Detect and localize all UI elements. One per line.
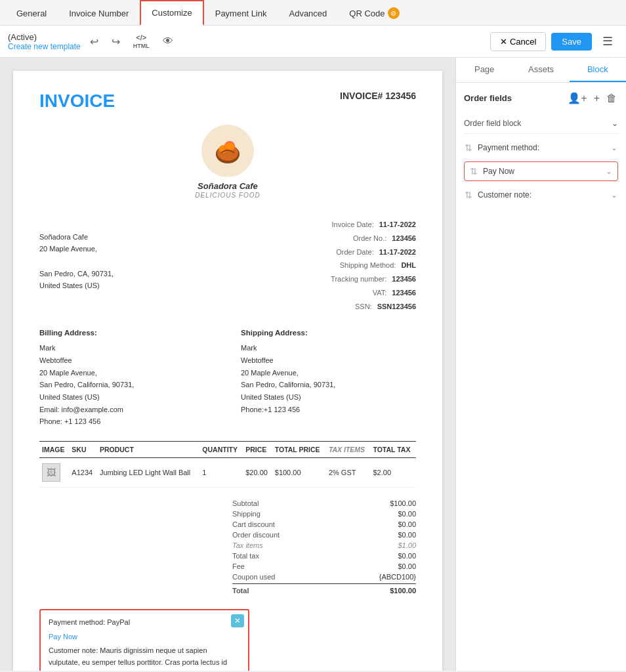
- order-field-block-header[interactable]: Order field block ⌄: [464, 114, 618, 134]
- field-item-customer-note[interactable]: ⇅ Customer note: ⌄: [464, 184, 618, 206]
- panel-tab-assets[interactable]: Assets: [512, 58, 569, 82]
- redo-button[interactable]: ↪: [108, 33, 124, 51]
- tab-invoice-number[interactable]: Invoice Number: [58, 0, 140, 26]
- save-button[interactable]: Save: [551, 33, 592, 51]
- from-address: Soñadora Cafe 20 Maple Avenue, San Pedro…: [39, 219, 114, 314]
- tab-customize[interactable]: Customize: [140, 0, 203, 26]
- billing-section: Billing Address: Mark Webtoffee 20 Maple…: [39, 327, 416, 428]
- cell-total-tax: $2.00: [370, 457, 416, 487]
- main-layout: INVOICE INVOICE# 123456: [0, 58, 626, 671]
- col-total-tax: TOTAL TAX: [370, 441, 416, 457]
- tab-payment-link[interactable]: Payment Link: [204, 0, 278, 26]
- field-chevron-payment: ⌄: [611, 143, 617, 152]
- tab-advanced[interactable]: Advanced: [278, 0, 338, 26]
- total-tax: Total tax$0.00: [232, 551, 416, 561]
- cell-quantity: 1: [199, 457, 243, 487]
- cell-tax-items: 2% GST: [326, 457, 371, 487]
- field-item-pay-now[interactable]: ⇅ Pay Now ⌄: [464, 161, 618, 181]
- cell-product: Jumbing LED Light Wall Ball: [97, 457, 199, 487]
- product-image-placeholder: 🖼: [42, 463, 60, 482]
- toolbar-right: ✕ Cancel Save ☰: [490, 32, 618, 51]
- menu-button[interactable]: ☰: [597, 32, 618, 51]
- total-cart-discount: Cart discount$0.00: [232, 519, 416, 530]
- field-label-payment: Payment method:: [478, 143, 539, 152]
- preview-button[interactable]: 👁: [159, 33, 177, 50]
- order-fields-actions: 👤+ + 🗑: [566, 91, 618, 106]
- toolbar: (Active) Create new template ↩ ↪ </>HTML…: [0, 26, 626, 58]
- panel-body: Order fields 👤+ + 🗑 Order field block ⌄ …: [456, 83, 626, 217]
- order-fields-title: Order fields: [464, 93, 512, 103]
- field-item-pay-now-left: ⇅ Pay Now: [470, 166, 514, 177]
- total-coupon: Coupon used{ABCD100}: [232, 572, 416, 582]
- col-price: PRICE: [243, 441, 272, 457]
- panel-tab-page[interactable]: Page: [456, 58, 512, 82]
- order-field-block-label: Order field block: [464, 119, 521, 128]
- html-button[interactable]: </>HTML: [129, 31, 154, 52]
- cancel-button[interactable]: ✕ Cancel: [490, 32, 546, 51]
- shipping-address: Shipping Address: Mark Webtoffee 20 Mapl…: [241, 327, 416, 428]
- logo-circle: [201, 125, 254, 177]
- drag-icon-pay-now: ⇅: [470, 166, 478, 177]
- invoice-number-value: 123456: [385, 91, 416, 101]
- invoice-details: Invoice Date:11-17-2022 Order No.:123456…: [331, 219, 416, 314]
- panel-tab-block[interactable]: Block: [570, 58, 626, 82]
- create-template-link[interactable]: Create new template: [8, 42, 81, 51]
- total-fee: Fee$0.00: [232, 561, 416, 572]
- field-chevron-customer-note: ⌄: [611, 190, 617, 200]
- total-tax-items: Tax items$1.00: [232, 540, 416, 551]
- cell-sku: A1234: [69, 457, 97, 487]
- order-fields-header: Order fields 👤+ + 🗑: [464, 91, 618, 106]
- col-image: IMAGE: [39, 441, 69, 457]
- toolbar-left: (Active) Create new template ↩ ↪ </>HTML…: [8, 31, 485, 52]
- col-product: PRODUCT: [97, 441, 199, 457]
- col-quantity: QUANTITY: [199, 441, 243, 457]
- cell-image: 🖼: [39, 457, 69, 487]
- invoice-paper: INVOICE INVOICE# 123456: [13, 71, 442, 671]
- qr-code-badge: ⚙: [388, 7, 400, 19]
- total-order-discount: Order discount$0.00: [232, 530, 416, 540]
- total-final: Total$100.00: [232, 583, 416, 596]
- undo-button[interactable]: ↩: [86, 33, 102, 51]
- col-tax-items: TAX ITEMS: [326, 441, 371, 457]
- toolbar-status: (Active): [8, 32, 81, 42]
- address-section: Soñadora Cafe 20 Maple Avenue, San Pedro…: [39, 219, 416, 314]
- cancel-label: Cancel: [510, 37, 536, 47]
- table-row: 🖼 A1234 Jumbing LED Light Wall Ball 1 $2…: [39, 457, 416, 487]
- field-item-payment-method-left: ⇅ Payment method:: [465, 142, 539, 153]
- field-item-payment-method[interactable]: ⇅ Payment method: ⌄: [464, 136, 618, 159]
- totals-section: Subtotal$100.00 Shipping$0.00 Cart disco…: [39, 498, 416, 596]
- order-field-block-chevron: ⌄: [612, 119, 618, 128]
- field-item-customer-note-left: ⇅ Customer note:: [465, 190, 532, 200]
- invoice-title: INVOICE: [39, 91, 115, 112]
- logo-area: Soñadora Cafe Delicious Food: [39, 125, 416, 199]
- invoice-number-label: INVOICE#: [340, 91, 383, 101]
- delete-field-button[interactable]: 🗑: [605, 91, 618, 106]
- right-panel: Page Assets Block Order fields 👤+ + 🗑 Or…: [455, 58, 626, 671]
- tab-general[interactable]: General: [5, 0, 58, 26]
- top-tabs: General Invoice Number Customize Payment…: [0, 0, 626, 26]
- panel-tabs: Page Assets Block: [456, 58, 626, 83]
- invoice-number: INVOICE# 123456: [340, 91, 416, 101]
- payment-block[interactable]: ✕ Payment method: PayPal Pay Now Custome…: [39, 609, 249, 671]
- field-label-customer-note: Customer note:: [478, 190, 532, 200]
- col-total-price: TOTAL PRICE: [272, 441, 326, 457]
- drag-icon-customer-note: ⇅: [465, 190, 472, 200]
- cancel-x-icon: ✕: [500, 37, 507, 47]
- customer-note: Customer note: Mauris dignissim neque ut…: [49, 645, 240, 671]
- tab-qr-code[interactable]: QR Code ⚙: [338, 0, 410, 26]
- add-field-button[interactable]: +: [593, 91, 601, 106]
- field-label-pay-now: Pay Now: [483, 167, 514, 176]
- logo-name: Soñadora Cafe Delicious Food: [195, 181, 261, 199]
- product-table: IMAGE SKU PRODUCT QUANTITY PRICE TOTAL P…: [39, 441, 416, 488]
- total-shipping: Shipping$0.00: [232, 509, 416, 519]
- cell-total-price: $100.00: [272, 457, 326, 487]
- payment-method-text: Payment method: PayPal: [49, 617, 240, 629]
- drag-icon-payment: ⇅: [465, 142, 472, 153]
- pay-now-link[interactable]: Pay Now: [49, 631, 240, 643]
- payment-close-button[interactable]: ✕: [231, 614, 244, 627]
- invoice-area: INVOICE INVOICE# 123456: [0, 58, 455, 671]
- field-chevron-pay-now: ⌄: [606, 167, 612, 176]
- add-person-button[interactable]: 👤+: [566, 91, 588, 106]
- invoice-header: INVOICE INVOICE# 123456: [39, 91, 416, 112]
- billing-address: Billing Address: Mark Webtoffee 20 Maple…: [39, 327, 215, 428]
